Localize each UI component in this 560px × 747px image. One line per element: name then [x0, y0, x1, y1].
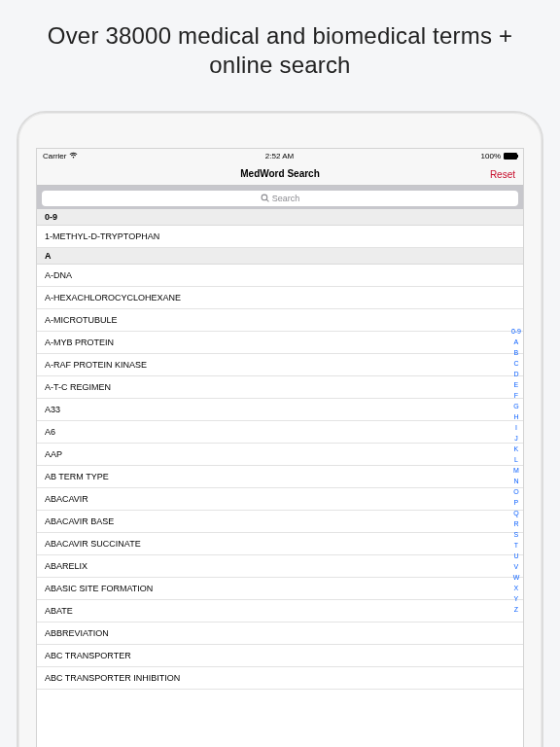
list-item[interactable]: ABACAVIR [37, 488, 523, 511]
list-item[interactable]: ABARELIX [37, 555, 523, 578]
index-item[interactable]: S [511, 529, 521, 540]
list-item[interactable]: A-MICROTUBULE [37, 309, 523, 332]
index-item[interactable]: G [511, 401, 521, 411]
index-item[interactable]: V [511, 561, 521, 572]
index-item[interactable]: W [511, 572, 521, 583]
index-item[interactable]: E [511, 379, 521, 390]
list-item[interactable]: ABATE [37, 600, 523, 622]
list-item[interactable]: A-T-C REGIMEN [37, 376, 523, 399]
index-item[interactable]: M [511, 465, 521, 476]
index-item[interactable]: C [511, 358, 521, 369]
search-input[interactable]: Search [42, 191, 518, 206]
index-item[interactable]: I [511, 422, 521, 433]
ipad-device-frame: Carrier 2:52 AM 100% MedWord Search Rese… [17, 111, 543, 747]
list-item[interactable]: ABACAVIR BASE [37, 511, 523, 533]
index-item[interactable]: Y [511, 593, 521, 604]
section-header-num: 0-9 [37, 209, 523, 226]
list-item[interactable]: AB TERM TYPE [37, 466, 523, 488]
index-item[interactable]: H [511, 411, 521, 422]
index-item[interactable]: N [511, 476, 521, 486]
term-list[interactable]: 0-9 1-METHYL-D-TRYPTOPHAN A A-DNA A-HEXA… [37, 209, 523, 747]
index-item[interactable]: K [511, 444, 521, 454]
svg-point-0 [262, 195, 267, 200]
index-item[interactable]: X [511, 583, 521, 593]
ipad-screen: Carrier 2:52 AM 100% MedWord Search Rese… [36, 148, 524, 747]
alpha-index[interactable]: 0-9 A B C D E F G H I J K L M N O P Q R … [511, 326, 521, 615]
index-item[interactable]: F [511, 390, 521, 401]
index-item[interactable]: R [511, 518, 521, 529]
index-item[interactable]: Q [511, 508, 521, 518]
list-item[interactable]: A-HEXACHLOROCYCLOHEXANE [37, 287, 523, 309]
index-item[interactable]: A [511, 337, 521, 347]
search-bar-wrap: Search [37, 186, 523, 211]
list-item[interactable]: ABASIC SITE FORMATION [37, 578, 523, 600]
status-bar: Carrier 2:52 AM 100% [37, 149, 523, 162]
list-item[interactable]: ABC TRANSPORTER INHIBITION [37, 667, 523, 690]
clock-label: 2:52 AM [265, 152, 294, 160]
index-item[interactable]: O [511, 486, 521, 497]
index-item[interactable]: B [511, 347, 521, 358]
carrier-label: Carrier [43, 152, 66, 160]
nav-bar: MedWord Search Reset [37, 162, 523, 186]
list-item[interactable]: 1-METHYL-D-TRYPTOPHAN [37, 226, 523, 248]
list-item[interactable]: A6 [37, 421, 523, 444]
list-item[interactable]: ABC TRANSPORTER [37, 645, 523, 667]
index-item[interactable]: T [511, 540, 521, 551]
index-item[interactable]: 0-9 [511, 326, 521, 337]
list-item[interactable]: AAP [37, 444, 523, 466]
list-item[interactable]: ABBREVIATION [37, 622, 523, 645]
index-item[interactable]: U [511, 551, 521, 561]
battery-icon [504, 153, 517, 160]
list-item[interactable]: A33 [37, 399, 523, 421]
index-item[interactable]: J [511, 433, 521, 444]
list-item[interactable]: A-DNA [37, 265, 523, 287]
list-item[interactable]: A-MYB PROTEIN [37, 332, 523, 354]
search-icon [261, 194, 269, 204]
list-item[interactable]: ABACAVIR SUCCINATE [37, 533, 523, 555]
reset-button[interactable]: Reset [490, 168, 515, 179]
index-item[interactable]: L [511, 454, 521, 465]
battery-percent: 100% [481, 152, 501, 160]
section-header-a: A [37, 248, 523, 265]
list-item[interactable]: A-RAF PROTEIN KINASE [37, 354, 523, 376]
marketing-headline: Over 38000 medical and biomedical terms … [0, 0, 560, 99]
index-item[interactable]: P [511, 497, 521, 508]
index-item[interactable]: D [511, 369, 521, 379]
nav-title: MedWord Search [240, 168, 320, 179]
wifi-icon [69, 152, 78, 160]
svg-line-1 [266, 199, 268, 201]
index-item[interactable]: Z [511, 604, 521, 615]
search-placeholder: Search [272, 194, 300, 203]
